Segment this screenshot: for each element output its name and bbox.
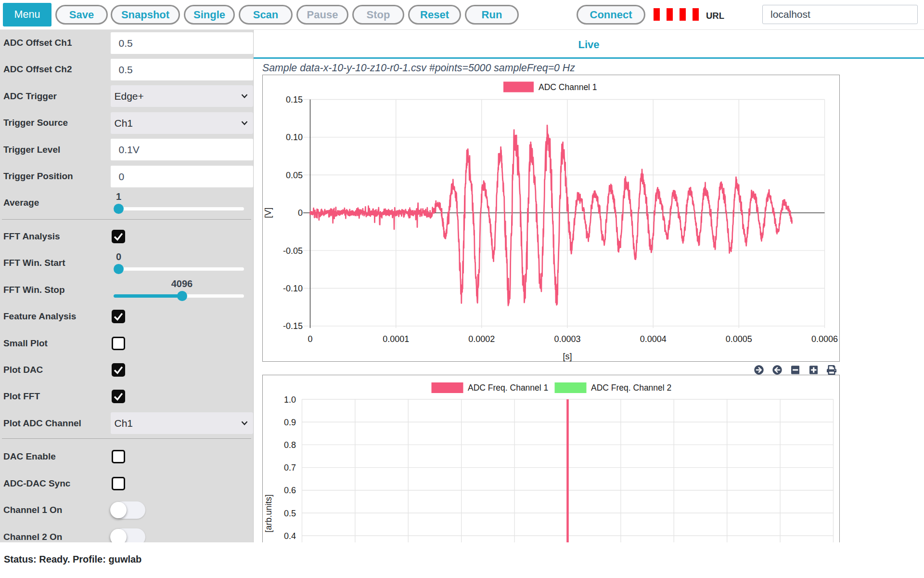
svg-text:0.0003: 0.0003 bbox=[554, 334, 580, 344]
svg-text:-0.15: -0.15 bbox=[282, 321, 302, 331]
svg-text:0.9: 0.9 bbox=[283, 418, 295, 427]
svg-text:0.5: 0.5 bbox=[283, 509, 295, 518]
svg-text:0.4: 0.4 bbox=[283, 531, 295, 541]
svg-text:0.0002: 0.0002 bbox=[468, 334, 495, 344]
svg-text:0.0001: 0.0001 bbox=[383, 334, 409, 344]
svg-text:0.0005: 0.0005 bbox=[725, 334, 752, 344]
svg-text:0.8: 0.8 bbox=[283, 440, 295, 450]
svg-text:ADC Freq. Channel 2: ADC Freq. Channel 2 bbox=[591, 383, 671, 393]
svg-text:[s]: [s] bbox=[563, 352, 572, 361]
svg-text:0.7: 0.7 bbox=[283, 463, 295, 473]
svg-text:ADC Freq. Channel 1: ADC Freq. Channel 1 bbox=[468, 383, 548, 393]
svg-text:0: 0 bbox=[308, 334, 312, 344]
svg-text:[arb.units]: [arb.units] bbox=[264, 494, 273, 532]
svg-text:0.0004: 0.0004 bbox=[640, 334, 666, 344]
svg-text:0.10: 0.10 bbox=[285, 132, 302, 142]
svg-text:0.15: 0.15 bbox=[285, 95, 302, 105]
svg-text:0: 0 bbox=[297, 208, 302, 218]
svg-text:0.05: 0.05 bbox=[285, 171, 302, 180]
svg-text:ADC Channel 1: ADC Channel 1 bbox=[539, 82, 597, 92]
svg-text:0.6: 0.6 bbox=[283, 486, 295, 495]
svg-text:[V]: [V] bbox=[263, 208, 273, 218]
svg-text:1.0: 1.0 bbox=[283, 395, 295, 405]
svg-text:-0.10: -0.10 bbox=[282, 284, 302, 293]
svg-text:0.0006: 0.0006 bbox=[811, 334, 837, 344]
svg-text:-0.05: -0.05 bbox=[282, 246, 302, 256]
